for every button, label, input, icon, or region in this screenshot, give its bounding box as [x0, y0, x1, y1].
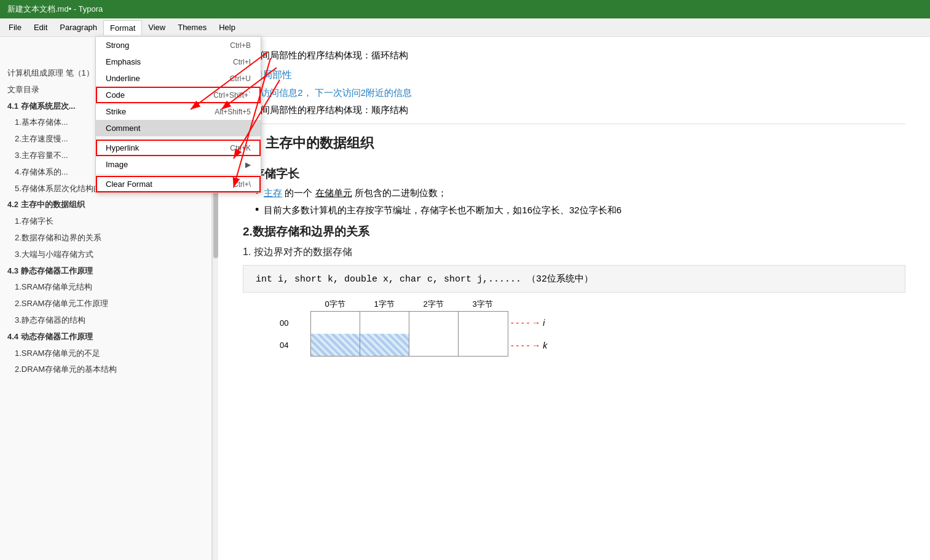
format-underline-shortcut: Ctrl+U [230, 74, 251, 83]
format-hyperlink[interactable]: Hyperlink Ctrl+K [96, 140, 261, 156]
format-strong-label: Strong [106, 41, 129, 50]
menu-edit[interactable]: Edit [28, 20, 53, 34]
col-header-1: 1字节 [360, 299, 409, 310]
table-row-04: 04 - - - - → k [280, 334, 547, 357]
titlebar: 新建文本文档.md• - Typora [0, 0, 930, 18]
row-addr-00: 00 [280, 311, 310, 334]
format-emphasis-label: Emphasis [106, 57, 141, 66]
row-addr-04: 04 [280, 334, 310, 357]
table-container: 0字节 1字节 2字节 3字节 00 [280, 299, 905, 357]
sub-sub-boundary-aligned: 1. 按边界对齐的数据存储 [243, 246, 905, 259]
format-strong-shortcut: Ctrl+B [230, 41, 251, 50]
sidebar-section-44[interactable]: 4.4 动态存储器工作原理 [0, 329, 211, 345]
cell-00-2 [409, 312, 459, 334]
menu-paragraph[interactable]: Paragraph [53, 20, 103, 34]
bullet-access-info: • 现访问信息2， 下一次访问2附近的信息 [243, 87, 905, 99]
bullet-main-storage: • 主存 的一个 在储单元 所包含的二进制位数； [255, 187, 905, 199]
col-header-3: 3字节 [458, 299, 507, 310]
bullet-time-text: 时间局部性的程序结构体现：循环结构 [251, 50, 408, 61]
sidebar-item-4-2[interactable]: 2.DRAM存储单元的基本结构 [0, 361, 211, 378]
bullet-access-text: 现访问信息2， 下一次访问2附近的信息 [251, 87, 412, 99]
table-row-00: 00 - - - - → i [280, 311, 547, 334]
format-clear-label: Clear Format [106, 179, 152, 189]
format-dropdown: Strong Ctrl+B Emphasis Ctrl+I Underline … [95, 36, 261, 193]
format-strike[interactable]: Strike Alt+Shift+5 [96, 103, 261, 120]
cell-04-1 [360, 334, 409, 356]
bullet-spatial-structure: • 空间局部性的程序结构体现：顺序结构 [243, 104, 905, 116]
bullet-time-locality: • 时间局部性的程序结构体现：循环结构 [243, 49, 905, 61]
cell-04-3 [459, 334, 508, 356]
code-text: int i, short k, double x, char c, short … [256, 274, 593, 285]
menubar: File Edit Paragraph Format View Themes H… [0, 18, 930, 37]
sidebar-item-3-3[interactable]: 3.静态存储器的结构 [0, 312, 211, 329]
sidebar-item-2-1[interactable]: 1.存储字长 [0, 213, 211, 230]
sidebar-section-42[interactable]: 4.2 主存中的数据组织 [0, 197, 211, 213]
format-image[interactable]: Image ▶ [96, 156, 261, 173]
cell-00-3 [459, 312, 508, 334]
format-comment[interactable]: Comment [96, 120, 261, 136]
format-code-shortcut: Ctrl+Shift+` [213, 91, 251, 100]
bullet-dot-5: • [255, 204, 259, 215]
dropdown-separator2 [96, 174, 261, 175]
format-clear-shortcut: Ctrl+\ [233, 180, 251, 189]
cell-04-2 [409, 334, 459, 356]
menu-file[interactable]: File [2, 20, 28, 34]
arrow-i-container: - - - - → i [511, 311, 545, 334]
format-emphasis[interactable]: Emphasis Ctrl+I [96, 53, 261, 70]
format-hyperlink-shortcut: Ctrl+K [230, 144, 251, 152]
arrow-k-label: k [543, 341, 547, 350]
col-header-0: 0字节 [310, 299, 360, 310]
format-comment-label: Comment [106, 124, 140, 133]
spatial-locality-heading: 空间局部性 [243, 69, 905, 82]
sidebar-item-2-3[interactable]: 3.大端与小端存储方式 [0, 246, 211, 263]
format-strike-label: Strike [106, 107, 126, 116]
cell-04-0 [311, 334, 360, 356]
format-emphasis-shortcut: Ctrl+I [233, 58, 251, 66]
arrow-k-container: - - - - → k [511, 334, 547, 357]
format-image-label: Image [106, 160, 128, 169]
section-42-heading: 4.2 主存中的数据组织 [243, 134, 905, 152]
bullet-main-text: 主存 的一个 在储单元 所包含的二进制位数； [264, 187, 447, 199]
menu-help[interactable]: Help [213, 20, 242, 34]
sidebar-section-43[interactable]: 4.3 静态存储器工作原理 [0, 263, 211, 280]
cell-00-1 [360, 312, 409, 334]
titlebar-text: 新建文本文档.md• - Typora [7, 4, 103, 15]
menu-format[interactable]: Format [103, 20, 142, 35]
access-link2: 下一次访问2附近的信息 [315, 87, 412, 98]
arrow-i-label: i [543, 318, 545, 328]
menu-view[interactable]: View [142, 20, 171, 34]
format-code-label: Code [106, 90, 125, 100]
format-image-arrow: ▶ [245, 160, 251, 169]
code-block-variables: int i, short k, double x, char c, short … [243, 265, 905, 293]
bullet-spatial-text: 空间局部性的程序结构体现：顺序结构 [251, 105, 408, 116]
col-header-2: 2字节 [409, 299, 458, 310]
sub-heading-boundary: 2.数据存储和边界的关系 [243, 224, 905, 240]
format-strike-shortcut: Alt+Shift+5 [215, 108, 251, 116]
sidebar-item-3-2[interactable]: 2.SRAM存储单元工作原理 [0, 296, 211, 312]
menu-themes[interactable]: Themes [171, 20, 213, 34]
content-area: • 时间局部性的程序结构体现：循环结构 空间局部性 • 现访问信息2， 下一次访… [218, 37, 930, 560]
arrow-i-line: - - - - → [511, 318, 540, 328]
format-underline-label: Underline [106, 74, 140, 83]
dropdown-separator1 [96, 138, 261, 138]
sidebar-item-4-1[interactable]: 1.SRAM存储单元的不足 [0, 345, 211, 362]
format-strong[interactable]: Strong Ctrl+B [96, 37, 261, 53]
sidebar-item-2-2[interactable]: 2.数据存储和边界的关系 [0, 230, 211, 246]
format-underline[interactable]: Underline Ctrl+U [96, 70, 261, 87]
format-hyperlink-label: Hyperlink [106, 143, 139, 152]
arrow-k-line: - - - - → [511, 341, 540, 350]
format-clear[interactable]: Clear Format Ctrl+\ [96, 176, 261, 192]
sidebar-item-3-1[interactable]: 1.SRAM存储单元结构 [0, 279, 211, 296]
bullet-word-text: 目前大多数计算机的主存按字节编址，存储字长也不断加大，如16位字长、32位字长和… [264, 205, 621, 216]
bullet-word-length: • 目前大多数计算机的主存按字节编址，存储字长也不断加大，如16位字长、32位字… [255, 204, 905, 216]
main-storage-link[interactable]: 主存 [264, 187, 282, 198]
format-code[interactable]: Code Ctrl+Shift+` [96, 87, 261, 103]
storage-unit-underline: 在储单元 [315, 187, 352, 198]
cell-00-0 [311, 312, 360, 334]
